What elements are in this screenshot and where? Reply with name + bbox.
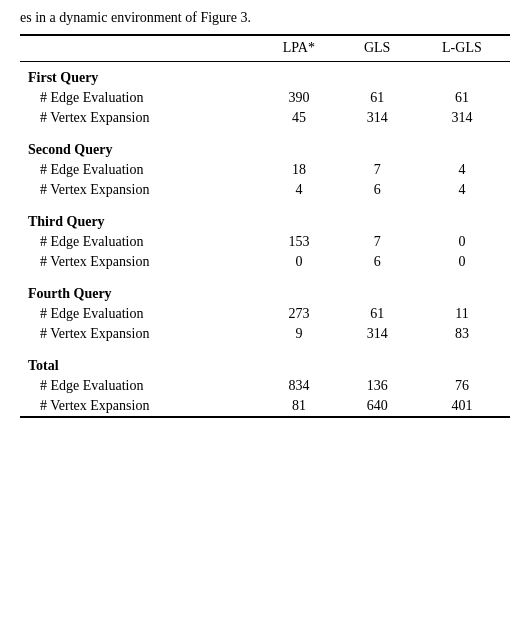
table-header-row: LPA* GLS L-GLS	[20, 35, 510, 60]
total-vertex-label: # Vertex Expansion	[20, 396, 257, 417]
second-query-row-edge: # Edge Evaluation 18 7 4	[20, 160, 510, 180]
fourth-query-vertex-gls: 314	[341, 324, 414, 344]
fourth-query-label: Fourth Query	[20, 278, 510, 304]
third-query-row-vertex: # Vertex Expansion 0 6 0	[20, 252, 510, 272]
section-header-fourth-query: Fourth Query	[20, 278, 510, 304]
total-vertex-lgls: 401	[414, 396, 510, 417]
section-header-third-query: Third Query	[20, 206, 510, 232]
fourth-query-row-edge: # Edge Evaluation 273 61 11	[20, 304, 510, 324]
total-edge-lpa: 834	[257, 376, 340, 396]
first-query-edge-lgls: 61	[414, 88, 510, 108]
third-query-row-edge: # Edge Evaluation 153 7 0	[20, 232, 510, 252]
second-query-vertex-gls: 6	[341, 180, 414, 200]
second-query-edge-lpa: 18	[257, 160, 340, 180]
third-query-vertex-gls: 6	[341, 252, 414, 272]
col-header-empty	[20, 35, 257, 60]
section-header-total: Total	[20, 350, 510, 376]
total-vertex-lpa: 81	[257, 396, 340, 417]
section-header-first-query: First Query	[20, 61, 510, 88]
fourth-query-vertex-label: # Vertex Expansion	[20, 324, 257, 344]
third-query-edge-gls: 7	[341, 232, 414, 252]
total-edge-lgls: 76	[414, 376, 510, 396]
total-row-edge: # Edge Evaluation 834 136 76	[20, 376, 510, 396]
total-row-vertex: # Vertex Expansion 81 640 401	[20, 396, 510, 417]
fourth-query-edge-label: # Edge Evaluation	[20, 304, 257, 324]
second-query-edge-lgls: 4	[414, 160, 510, 180]
page-container: es in a dynamic environment of Figure 3.…	[0, 10, 530, 418]
section-header-second-query: Second Query	[20, 134, 510, 160]
second-query-row-vertex: # Vertex Expansion 4 6 4	[20, 180, 510, 200]
second-query-vertex-lpa: 4	[257, 180, 340, 200]
first-query-edge-gls: 61	[341, 88, 414, 108]
col-header-lpa: LPA*	[257, 35, 340, 60]
fourth-query-edge-lgls: 11	[414, 304, 510, 324]
third-query-vertex-label: # Vertex Expansion	[20, 252, 257, 272]
first-query-vertex-gls: 314	[341, 108, 414, 128]
fourth-query-row-vertex: # Vertex Expansion 9 314 83	[20, 324, 510, 344]
third-query-edge-lpa: 153	[257, 232, 340, 252]
second-query-edge-gls: 7	[341, 160, 414, 180]
first-query-edge-label: # Edge Evaluation	[20, 88, 257, 108]
caption: es in a dynamic environment of Figure 3.	[20, 10, 510, 26]
second-query-edge-label: # Edge Evaluation	[20, 160, 257, 180]
second-query-label: Second Query	[20, 134, 510, 160]
third-query-label: Third Query	[20, 206, 510, 232]
third-query-edge-label: # Edge Evaluation	[20, 232, 257, 252]
third-query-vertex-lpa: 0	[257, 252, 340, 272]
first-query-edge-lpa: 390	[257, 88, 340, 108]
third-query-vertex-lgls: 0	[414, 252, 510, 272]
second-query-vertex-label: # Vertex Expansion	[20, 180, 257, 200]
caption-suffix: .	[247, 10, 251, 25]
total-label: Total	[20, 350, 510, 376]
total-edge-label: # Edge Evaluation	[20, 376, 257, 396]
first-query-label: First Query	[20, 61, 510, 88]
first-query-row-vertex: # Vertex Expansion 45 314 314	[20, 108, 510, 128]
fourth-query-edge-gls: 61	[341, 304, 414, 324]
second-query-vertex-lgls: 4	[414, 180, 510, 200]
first-query-vertex-lpa: 45	[257, 108, 340, 128]
total-edge-gls: 136	[341, 376, 414, 396]
col-header-gls: GLS	[341, 35, 414, 60]
first-query-vertex-lgls: 314	[414, 108, 510, 128]
total-vertex-gls: 640	[341, 396, 414, 417]
fourth-query-vertex-lgls: 83	[414, 324, 510, 344]
third-query-edge-lgls: 0	[414, 232, 510, 252]
first-query-row-edge: # Edge Evaluation 390 61 61	[20, 88, 510, 108]
col-header-lgls: L-GLS	[414, 35, 510, 60]
first-query-vertex-label: # Vertex Expansion	[20, 108, 257, 128]
caption-prefix: es in a dynamic environment of Figure	[20, 10, 240, 25]
fourth-query-edge-lpa: 273	[257, 304, 340, 324]
data-table: LPA* GLS L-GLS First Query # Edge Evalua…	[20, 34, 510, 418]
fourth-query-vertex-lpa: 9	[257, 324, 340, 344]
